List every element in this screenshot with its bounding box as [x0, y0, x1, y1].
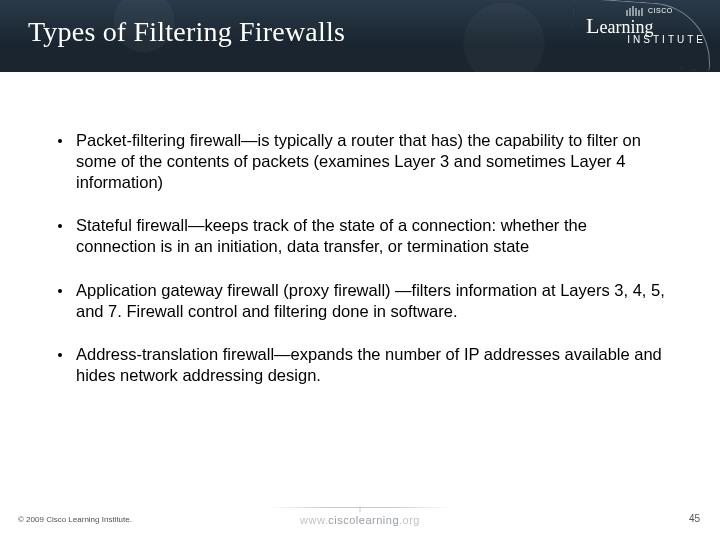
content-area: Packet-filtering firewall—is typically a…	[58, 130, 668, 408]
footer-url: www.ciscolearning.org	[300, 514, 420, 526]
bullet-text: Packet-filtering firewall—is typically a…	[76, 130, 668, 193]
bullet-item: Address-translation firewall—expands the…	[58, 344, 668, 386]
copyright-text: © 2009 Cisco Learning Institute.	[18, 515, 132, 524]
bullet-item: Application gateway firewall (proxy fire…	[58, 280, 668, 322]
bullet-dot-icon	[58, 289, 62, 293]
url-main: ciscolearning	[328, 514, 399, 526]
bullet-dot-icon	[58, 139, 62, 143]
bullet-item: Packet-filtering firewall—is typically a…	[58, 130, 668, 193]
bullet-text: Stateful firewall—keeps track of the sta…	[76, 215, 668, 257]
bullet-dot-icon	[58, 353, 62, 357]
bullet-text: Address-translation firewall—expands the…	[76, 344, 668, 386]
header-bar: Types of Filtering Firewalls CISCO Learn…	[0, 0, 720, 72]
slide-number: 45	[689, 513, 700, 524]
cisco-learning-logo: CISCO Learning INSTITUTE	[586, 6, 706, 62]
footer: © 2009 Cisco Learning Institute. www.cis…	[0, 500, 720, 530]
footer-tick-icon	[360, 506, 361, 512]
bullet-text: Application gateway firewall (proxy fire…	[76, 280, 668, 322]
slide: Types of Filtering Firewalls CISCO Learn…	[0, 0, 720, 540]
bullet-item: Stateful firewall—keeps track of the sta…	[58, 215, 668, 257]
url-prefix: www.	[300, 514, 328, 526]
url-suffix: .org	[399, 514, 420, 526]
slide-title: Types of Filtering Firewalls	[28, 16, 345, 48]
bullet-dot-icon	[58, 224, 62, 228]
